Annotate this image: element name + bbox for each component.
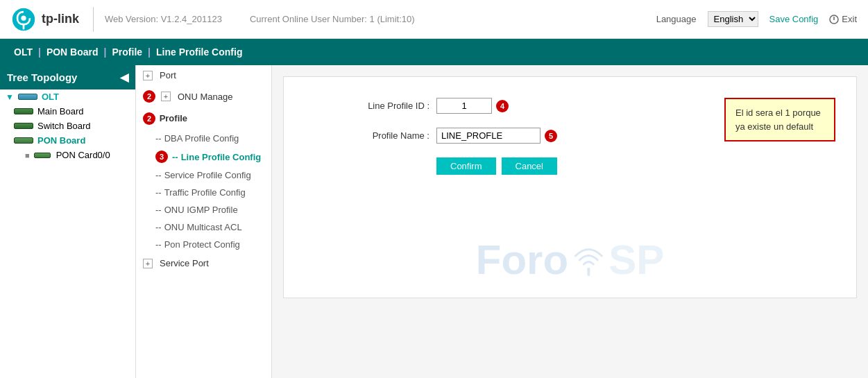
form-buttons-row: Confirm Cancel <box>436 157 842 175</box>
breadcrumb-ponboard: PON Board <box>46 46 99 58</box>
exit-button[interactable]: Exit <box>829 14 857 24</box>
poncard-expand-icon: ■ <box>25 151 30 160</box>
tp-link-logo-icon <box>11 7 36 32</box>
service-port-label: Service Port <box>160 258 209 268</box>
language-label: Language <box>656 14 697 24</box>
nav-item-onu-manage[interactable]: 2 + ONU Manage <box>136 85 271 108</box>
sidebar: Tree Topology ◀ ▼ OLT Main Board Switch … <box>0 65 136 378</box>
onu-manage-badge: 2 <box>143 90 155 103</box>
sidebar-collapse-button[interactable]: ◀ <box>120 71 128 84</box>
breadcrumb-olt: OLT <box>14 46 33 58</box>
sep3: | <box>148 46 151 58</box>
nav-sub-traffic-profile[interactable]: -- Traffic Profile Config <box>136 184 271 201</box>
olt-device-icon <box>18 94 37 100</box>
nav-sub-onu-multicast[interactable]: -- ONU Multicast ACL <box>136 218 271 236</box>
mainboard-label: Main Board <box>37 106 83 117</box>
line-profile-label: Line Profile Config <box>181 152 262 162</box>
tree-item-switchboard[interactable]: Switch Board <box>0 119 135 133</box>
nav-section-profile[interactable]: 2 Profile <box>136 108 271 130</box>
profile-label: Profile <box>160 113 187 123</box>
tooltip-box: El id sera el 1 porque ya existe un defa… <box>724 98 835 141</box>
pon-protect-dash: -- <box>155 239 162 250</box>
confirm-button[interactable]: Confirm <box>436 157 496 175</box>
ponboard-icon <box>14 137 33 144</box>
pon-protect-label: Pon Protect Config <box>164 239 240 250</box>
logo-text: tp-link <box>42 12 79 26</box>
nav-sub-pon-protect[interactable]: -- Pon Protect Config <box>136 236 271 253</box>
nav-sub-service-profile[interactable]: -- Service Profile Config <box>136 166 271 184</box>
language-select[interactable]: English <box>708 11 758 27</box>
header-info: Web Version: V1.2.4_201123 Current Onlin… <box>105 14 645 24</box>
dba-profile-label: DBA Profile Config <box>164 133 239 144</box>
onu-expand-icon[interactable]: + <box>161 92 171 101</box>
traffic-profile-label: Traffic Profile Config <box>164 187 246 198</box>
watermark-text: Foro SP <box>476 236 664 284</box>
header: tp-link Web Version: V1.2.4_201123 Curre… <box>0 0 868 39</box>
onu-igmp-label: ONU IGMP Profile <box>164 205 238 215</box>
profile-name-input[interactable] <box>436 128 541 144</box>
nav-sub-dba-profile[interactable]: -- DBA Profile Config <box>136 130 271 147</box>
tooltip-text: El id sera el 1 porque ya existe un defa… <box>735 108 821 132</box>
sidebar-title: Tree Topology <box>7 71 77 83</box>
profile-name-label: Profile Name : <box>298 130 436 141</box>
svg-point-1 <box>21 15 26 20</box>
onu-manage-label: ONU Manage <box>178 92 232 102</box>
badge-4: 4 <box>496 100 509 112</box>
traffic-profile-dash: -- <box>155 187 162 198</box>
watermark-wifi-icon <box>571 243 606 277</box>
line-profile-id-label: Line Profile ID : <box>298 101 436 111</box>
web-version: Web Version: V1.2.4_201123 <box>105 14 222 24</box>
nav-item-service-port[interactable]: + Service Port <box>136 253 271 273</box>
tree-item-olt[interactable]: ▼ OLT <box>0 89 135 104</box>
save-config-link[interactable]: Save Config <box>769 14 819 24</box>
tree-item-ponboard[interactable]: PON Board <box>0 133 135 148</box>
service-profile-dash: -- <box>155 170 162 180</box>
olt-expand-icon: ▼ <box>6 92 14 102</box>
switchboard-label: Switch Board <box>37 121 91 131</box>
nav-sub-onu-igmp[interactable]: -- ONU IGMP Profile <box>136 201 271 218</box>
tree-item-mainboard[interactable]: Main Board <box>0 104 135 119</box>
line-profile-id-input[interactable] <box>436 98 492 114</box>
badge-5: 5 <box>545 130 557 142</box>
switchboard-icon <box>14 123 33 129</box>
profile-badge: 2 <box>143 112 155 125</box>
port-label: Port <box>160 70 176 80</box>
tree-item-poncard[interactable]: ■ PON Card0/0 <box>0 148 135 162</box>
cancel-button[interactable]: Cancel <box>502 157 557 175</box>
line-profile-dash: -- <box>172 152 178 162</box>
main-layout: Tree Topology ◀ ▼ OLT Main Board Switch … <box>0 65 868 378</box>
ponboard-label: PON Board <box>37 135 85 146</box>
onu-multicast-dash: -- <box>155 222 162 232</box>
form-panel: Line Profile ID : 4 Profile Name : 5 Con… <box>283 76 857 298</box>
sidebar-header: Tree Topology ◀ <box>0 65 135 89</box>
content-area: Line Profile ID : 4 Profile Name : 5 Con… <box>272 65 868 378</box>
dba-profile-dash: -- <box>155 133 162 144</box>
olt-label: OLT <box>42 92 59 102</box>
left-nav: + Port 2 + ONU Manage 2 Profile -- DBA P… <box>136 65 272 378</box>
poncard-icon <box>34 153 51 158</box>
onu-igmp-dash: -- <box>155 205 162 215</box>
foroisp-watermark: Foro SP <box>476 236 664 284</box>
breadcrumb-lineprofile: Line Profile Config <box>156 46 242 58</box>
exit-icon <box>829 15 839 24</box>
sep1: | <box>38 46 41 58</box>
onu-multicast-label: ONU Multicast ACL <box>164 222 242 232</box>
online-users: Current Online User Number: 1 (Limit:10) <box>250 14 415 24</box>
breadcrumb-bar: OLT | PON Board | Profile | Line Profile… <box>0 39 868 65</box>
content-wrap: Line Profile ID : 4 Profile Name : 5 Con… <box>283 76 857 298</box>
poncard-label: PON Card0/0 <box>56 150 110 160</box>
service-profile-label: Service Profile Config <box>164 170 251 180</box>
breadcrumb-profile: Profile <box>112 46 143 58</box>
nav-sub-line-profile[interactable]: 3 -- Line Profile Config <box>136 147 271 166</box>
mainboard-icon <box>14 108 33 114</box>
port-expand-icon[interactable]: + <box>143 71 153 80</box>
service-port-expand-icon[interactable]: + <box>143 259 153 268</box>
logo-area: tp-link <box>11 7 94 32</box>
header-right: Language English Save Config Exit <box>656 11 857 27</box>
sep2: | <box>104 46 107 58</box>
line-profile-badge: 3 <box>155 151 168 163</box>
nav-item-port[interactable]: + Port <box>136 65 271 85</box>
